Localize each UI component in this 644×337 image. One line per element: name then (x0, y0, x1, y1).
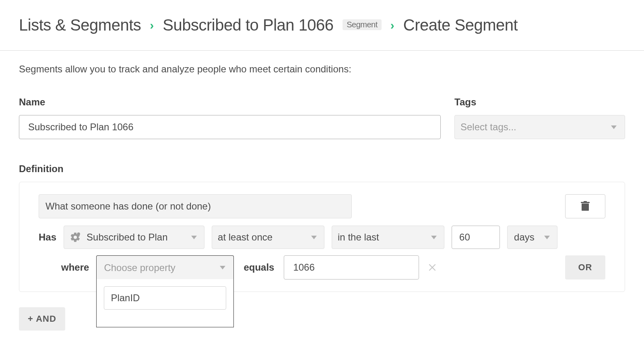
and-button[interactable]: + AND (19, 307, 65, 331)
segment-badge: Segment (343, 19, 382, 30)
tags-label: Tags (454, 97, 625, 108)
value-input[interactable] (284, 255, 419, 279)
unit-select-label: days (514, 232, 539, 243)
caret-down-icon (544, 236, 550, 239)
delete-condition-button[interactable] (565, 194, 605, 218)
breadcrumb-item-segment-label: Subscribed to Plan 1066 (163, 16, 333, 34)
condition-type-label: What someone has done (or not done) (45, 201, 211, 212)
intro-text: Segments allow you to track and analyze … (19, 64, 625, 75)
unit-select[interactable]: days (507, 226, 557, 249)
rule-row-where: where Choose property equals OR (39, 255, 605, 279)
caret-down-icon (311, 236, 317, 239)
has-keyword: Has (39, 232, 56, 243)
frequency-select-label: at least once (218, 232, 305, 243)
tags-select[interactable]: Select tags... (454, 115, 625, 139)
tags-placeholder: Select tags... (460, 121, 516, 133)
definition-card: What someone has done (or not done) Has … (19, 182, 625, 292)
property-select[interactable]: Choose property (96, 255, 234, 279)
close-icon (429, 264, 436, 271)
svg-rect-2 (584, 201, 587, 202)
name-label: Name (19, 97, 441, 108)
caret-down-icon (191, 236, 197, 239)
condition-type-select[interactable]: What someone has done (or not done) (39, 194, 352, 218)
definition-label: Definition (19, 163, 625, 175)
or-button[interactable]: OR (565, 255, 605, 279)
svg-point-3 (77, 232, 80, 235)
remove-filter-button[interactable] (426, 264, 438, 271)
trash-icon (581, 201, 590, 212)
caret-down-icon (431, 236, 437, 239)
chevron-right-icon: › (390, 19, 394, 31)
operator-label: equals (244, 262, 274, 273)
breadcrumb-item-lists[interactable]: Lists & Segments (19, 16, 141, 34)
rule-row-has: Has Subscribed to Plan at least once in … (39, 226, 605, 249)
breadcrumb-item-current: Create Segment (403, 16, 518, 34)
property-select-placeholder: Choose property (104, 262, 175, 273)
range-number-input[interactable] (452, 226, 500, 249)
event-select-label: Subscribed to Plan (87, 232, 186, 243)
header-divider (0, 50, 644, 51)
breadcrumb: Lists & Segments › Subscribed to Plan 10… (19, 16, 625, 34)
property-dropdown-panel (96, 279, 234, 327)
property-search-input[interactable] (104, 286, 226, 310)
chevron-right-icon: › (150, 19, 154, 31)
event-select[interactable]: Subscribed to Plan (64, 226, 204, 249)
gear-icon (70, 232, 81, 243)
breadcrumb-item-segment[interactable]: Subscribed to Plan 1066 Segment (163, 16, 382, 34)
range-select[interactable]: in the last (332, 226, 444, 249)
name-input[interactable] (19, 115, 441, 139)
frequency-select[interactable]: at least once (212, 226, 324, 249)
caret-down-icon (611, 125, 617, 129)
where-keyword: where (61, 262, 89, 273)
caret-down-icon (220, 266, 225, 269)
svg-rect-0 (582, 203, 589, 211)
range-select-label: in the last (338, 232, 425, 243)
